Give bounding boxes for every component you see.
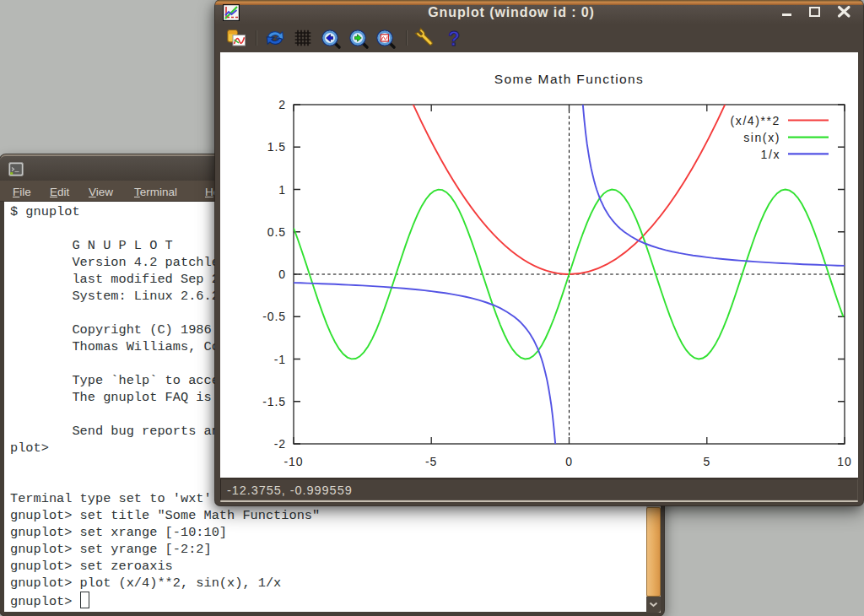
- svg-text:-5: -5: [425, 455, 437, 468]
- svg-text:1: 1: [278, 183, 286, 197]
- svg-text:1/x: 1/x: [761, 148, 780, 161]
- svg-text:?: ?: [448, 28, 460, 50]
- svg-text:-1: -1: [274, 353, 286, 366]
- svg-text:(x/4)**2: (x/4)**2: [731, 114, 780, 127]
- svg-text:0.5: 0.5: [267, 225, 286, 239]
- svg-text:0: 0: [278, 267, 286, 281]
- svg-text:-2: -2: [274, 437, 286, 451]
- svg-text:0: 0: [565, 455, 573, 468]
- svg-text:sin(x): sin(x): [743, 131, 780, 144]
- svg-text:2: 2: [278, 98, 286, 111]
- svg-text:-10: -10: [284, 455, 304, 468]
- svg-text:-1.5: -1.5: [262, 395, 286, 408]
- svg-text:1.5: 1.5: [267, 140, 286, 154]
- svg-text:5: 5: [703, 455, 710, 468]
- svg-text:-0.5: -0.5: [262, 310, 286, 323]
- svg-text:10: 10: [837, 455, 851, 468]
- svg-text:Some Math Functions: Some Math Functions: [494, 72, 644, 86]
